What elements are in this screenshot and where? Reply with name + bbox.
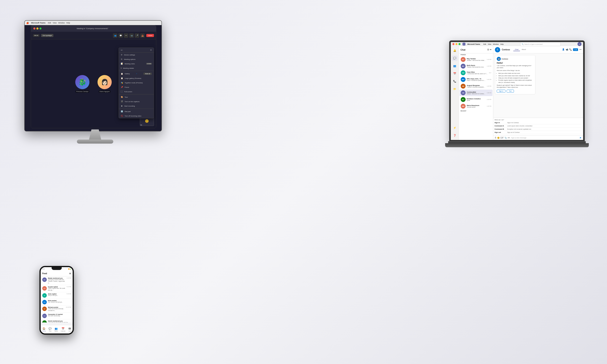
sidebar-apps[interactable]: ⚡ bbox=[452, 125, 458, 131]
feed-name: Daichi mentioned you bbox=[48, 320, 70, 322]
chat-list-item[interactable]: AB August Bergman I haven't checked avai… bbox=[460, 83, 492, 89]
laptop-maximize[interactable] bbox=[459, 43, 461, 45]
menu-meeting-details[interactable]: ℹ Meeting details bbox=[119, 66, 154, 70]
signin-button[interactable]: Sign in bbox=[497, 90, 505, 93]
chat-list-item[interactable]: WK Will, Kayo, Eric, +2 Kayo: It would b… bbox=[460, 76, 492, 83]
menu-meeting-options[interactable]: ⚙ Meeting options bbox=[119, 57, 154, 62]
gallery-check: ✓ bbox=[136, 73, 137, 75]
menu-device-settings[interactable]: ⚙ Device settings bbox=[119, 52, 154, 57]
mac-menu-edit[interactable]: Edit bbox=[48, 22, 51, 24]
tour-button[interactable]: Tour bbox=[507, 90, 514, 93]
tab-about[interactable]: About bbox=[520, 48, 528, 51]
close-button[interactable] bbox=[33, 27, 35, 29]
menu-turn-off-video[interactable]: 🚫 Turn off incoming video bbox=[119, 114, 154, 118]
menu-item-label: Meeting details bbox=[123, 67, 134, 69]
nav-item-calendar[interactable]: 📅 Calendar bbox=[61, 327, 66, 332]
sidebar-help[interactable]: ❓ bbox=[452, 133, 458, 138]
menu-dial-pad[interactable]: 🔢 Dial pad bbox=[119, 109, 154, 114]
feed-item[interactable]: MI Michael posted I think we should seri… bbox=[41, 306, 73, 313]
command-row-item[interactable]: Command A Lorem ipsum dolor sit amet, co… bbox=[494, 124, 582, 128]
emoji-icon[interactable]: 😊 bbox=[497, 137, 500, 139]
close-menu-icon[interactable]: ✕ bbox=[150, 49, 152, 51]
feed-avatar: AI bbox=[42, 293, 47, 298]
mic-icon[interactable]: 🎤 bbox=[135, 33, 139, 38]
send-button[interactable]: ➤ bbox=[580, 136, 581, 139]
more-format-icon[interactable]: ••• bbox=[508, 137, 510, 139]
feed-text: I think we should seriously consider th.… bbox=[48, 308, 65, 312]
mac-menu-view[interactable]: View bbox=[53, 22, 56, 24]
menu-gallery[interactable]: 📋 Gallery ✓ Mute all bbox=[119, 71, 154, 76]
sidebar-calendar[interactable]: 📅 bbox=[452, 71, 458, 77]
laptop-menu-help[interactable]: Help bbox=[500, 43, 503, 45]
chat-list-item[interactable]: KM Kayo Mwa I connected with the client … bbox=[460, 70, 492, 76]
sidebar-activity[interactable]: 🔔 bbox=[452, 48, 458, 53]
filter-icon[interactable]: ☰ bbox=[487, 49, 489, 51]
gif-icon[interactable]: GIF bbox=[500, 137, 504, 139]
feed-item[interactable]: DA Daichi mentioned you I can plan for t… bbox=[41, 319, 73, 323]
new-chat-icon[interactable]: ✏ bbox=[490, 49, 491, 51]
menu-apply-background[interactable]: 🎨 Tour bbox=[119, 95, 154, 99]
more-options-icon[interactable]: ••• bbox=[579, 48, 581, 51]
maximize-button[interactable] bbox=[40, 27, 41, 29]
call-button[interactable]: Call bbox=[573, 48, 578, 51]
command-row-item[interactable]: Command B Excepteur sint occaecat cupida… bbox=[494, 128, 582, 131]
laptop-menu-edit[interactable]: Edit bbox=[483, 43, 486, 45]
mac-menu-help[interactable]: Help bbox=[66, 22, 70, 24]
menu-together-mode[interactable]: 🎭 Together mode (Preview) bbox=[119, 80, 154, 85]
add-people-icon[interactable]: 👤 bbox=[562, 48, 565, 51]
laptop-minimize[interactable] bbox=[455, 43, 458, 45]
video-call-icon[interactable]: 📹 bbox=[566, 48, 568, 51]
command-desc: Sign out of Contoso bbox=[507, 132, 582, 133]
menu-fullscreen[interactable]: ⛶ Full screen bbox=[119, 89, 154, 94]
search-box[interactable]: 🔍 Search or type a command bbox=[520, 42, 561, 46]
chat-list-item[interactable]: EC Emiliano Ceballos great 1:53 PM bbox=[460, 96, 492, 103]
bot-welcome-message: 🤖 Contoso Hello! I am Contoso, a bot tha… bbox=[495, 55, 535, 94]
settings-icon[interactable]: ⚙ bbox=[69, 273, 71, 275]
laptop-menu-window[interactable]: Window bbox=[493, 43, 499, 45]
exit-spotlight-button[interactable]: Exit spotlight bbox=[41, 34, 53, 37]
minimize-button[interactable] bbox=[36, 27, 39, 29]
command-row-item[interactable]: Sign In Sign in to Contoso bbox=[494, 121, 582, 124]
laptop-menu-view[interactable]: View bbox=[488, 43, 491, 45]
mac-menu-window[interactable]: Window bbox=[58, 22, 65, 24]
feed-item[interactable]: AI Alvin replied Sorry to tell you... 5:… bbox=[41, 292, 73, 299]
chat-list-item[interactable]: MB Marie Beauloum Sounds good! 1:00 PM bbox=[460, 103, 492, 109]
feed-item[interactable]: RN Refa reacted Yes, Sorry to tell you g… bbox=[41, 299, 73, 306]
menu-focus[interactable]: 📌 Focus bbox=[119, 85, 154, 89]
menu-large-gallery[interactable]: 📋 Large gallery (Preview) bbox=[119, 76, 154, 80]
sidebar-chat[interactable]: 💬 bbox=[452, 55, 458, 61]
feed-item[interactable]: KR Krystal replied That's a great idea. … bbox=[41, 285, 73, 292]
people-icon[interactable]: 👥 bbox=[113, 33, 117, 38]
mute-all-button[interactable]: Mute all bbox=[144, 73, 152, 75]
sidebar-calls[interactable]: 📞 bbox=[452, 78, 458, 84]
command-row-item[interactable]: Sign out Sign out of Contoso bbox=[494, 131, 582, 134]
camera-icon[interactable]: 📹 bbox=[129, 33, 134, 38]
feed-item[interactable]: BA Babak mentioned you I just got on boa… bbox=[41, 276, 73, 285]
feed-content: Refa reacted Yes, Sorry to tell you go..… bbox=[48, 300, 70, 304]
sidebar-teams[interactable]: 👥 bbox=[452, 63, 458, 69]
laptop-close[interactable] bbox=[452, 43, 454, 45]
attach-icon[interactable]: 📎 bbox=[504, 137, 507, 139]
chat-list-item[interactable]: RT Ray Tanaka Jordan: I will send the in… bbox=[460, 56, 492, 63]
user-avatar-top[interactable]: U bbox=[578, 42, 581, 46]
sidebar-files[interactable]: 📁 bbox=[452, 86, 458, 92]
feed-item[interactable]: CS Cassandra +2 reacted One with Generos… bbox=[41, 313, 73, 319]
audio-call-icon[interactable]: 📞 bbox=[569, 48, 572, 51]
nav-item-calls[interactable]: ☎ Calls bbox=[68, 327, 71, 332]
nav-item-teams[interactable]: 👥 Teams bbox=[54, 327, 58, 332]
leave-button[interactable]: Leave bbox=[146, 34, 154, 37]
menu-start-recording[interactable]: ⏺ Start recording bbox=[119, 104, 154, 108]
chat-list-item[interactable]: BD Beth Davis Thanks, that would be nice… bbox=[460, 63, 492, 69]
menu-meeting-notes[interactable]: 📝 Meeting notes e invite bbox=[119, 62, 154, 66]
command-name: Command A bbox=[494, 125, 506, 127]
bold-icon[interactable]: B bbox=[495, 137, 496, 139]
nav-item-activity[interactable]: 🏠 Activity bbox=[42, 327, 46, 332]
tab-chat[interactable]: Chat bbox=[513, 48, 520, 51]
nav-item-chat[interactable]: 💬 Chat bbox=[49, 327, 52, 332]
more-options-icon[interactable]: ••• bbox=[124, 33, 128, 38]
chat-icon[interactable]: 💬 bbox=[118, 33, 123, 38]
chat-list-item[interactable]: CB ContosoBot Babak: Welcome to ContosoB… bbox=[460, 90, 492, 96]
message-input[interactable]: Type a new message bbox=[511, 137, 578, 139]
share-icon[interactable]: 📤 bbox=[140, 33, 145, 38]
menu-live-captions[interactable]: 🎬 Turn on live captions bbox=[119, 99, 154, 104]
